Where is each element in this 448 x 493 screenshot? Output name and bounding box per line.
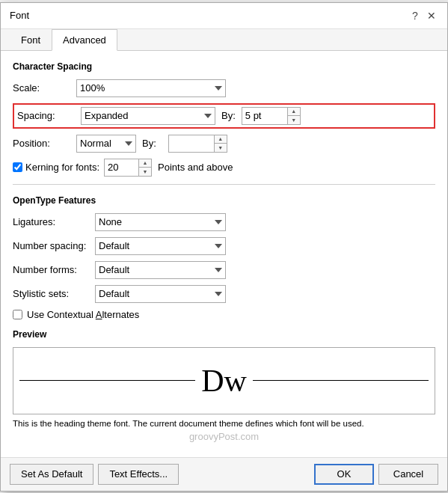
opentype-label: OpenType Features [13,195,435,206]
number-forms-select[interactable]: Default Lining Old-style [95,261,226,279]
spacing-label: Spacing: [17,110,81,121]
spacing-value-input[interactable] [242,108,287,124]
ligatures-label: Ligatures: [13,216,95,227]
opentype-section: OpenType Features Ligatures: None Standa… [13,195,435,320]
ligatures-row: Ligatures: None Standard Only Standard a… [13,213,435,231]
text-effects-button[interactable]: Text Effects... [98,464,179,485]
number-spacing-select[interactable]: Default Proportional Tabular [95,237,226,255]
preview-box: Dw [13,347,435,414]
position-label: Position: [13,138,76,149]
spacing-select[interactable]: Expanded Normal Condensed [81,107,215,125]
watermark: groovyPost.com [13,428,435,447]
kerning-arrows: ▲ ▼ [138,159,151,176]
position-spinner: ▲ ▼ [168,135,227,153]
kerning-value-input[interactable] [105,159,138,176]
position-arrows: ▲ ▼ [214,135,227,152]
kerning-checkbox[interactable] [13,162,22,172]
scale-row: Scale: 100% [13,79,435,97]
title-bar-right: ? ✕ [408,9,438,22]
kerning-label[interactable]: Kerning for fonts: [13,162,99,173]
number-spacing-row: Number spacing: Default Proportional Tab… [13,237,435,255]
spacing-spinner: ▲ ▼ [242,107,301,125]
number-forms-row: Number forms: Default Lining Old-style [13,261,435,279]
stylistic-sets-row: Stylistic sets: Default [13,285,435,303]
position-by-label: By: [142,138,156,149]
use-contextual-row: Use Contextual Alternates [13,309,435,320]
preview-section: Preview Dw This is the heading theme fon… [13,329,435,428]
separator [13,184,435,185]
dialog-title: Font [10,10,29,21]
font-dialog: Font ? ✕ Font Advanced Character Spacing… [0,2,448,492]
character-spacing-label: Character Spacing [13,61,435,72]
position-down-button[interactable]: ▼ [215,144,227,152]
bottom-bar-right: OK Cancel [314,464,438,485]
tab-font[interactable]: Font [10,29,52,51]
set-as-default-button[interactable]: Set As Default [10,464,93,485]
number-spacing-label: Number spacing: [13,240,95,251]
kerning-down-button[interactable]: ▼ [139,168,151,176]
kerning-row: Kerning for fonts: ▲ ▼ Points and above [13,159,435,177]
preview-label: Preview [13,329,435,340]
kerning-up-button[interactable]: ▲ [139,159,151,168]
points-text: Points and above [158,162,233,173]
stylistic-sets-label: Stylistic sets: [13,288,95,299]
spacing-up-button[interactable]: ▲ [288,108,300,116]
ok-button[interactable]: OK [314,464,374,485]
spacing-by-label: By: [221,110,236,121]
scale-label: Scale: [13,82,76,94]
preview-line-right [253,380,429,381]
close-button[interactable]: ✕ [425,9,438,22]
spacing-arrows: ▲ ▼ [287,108,300,124]
bottom-bar: Set As Default Text Effects... OK Cancel [1,457,447,491]
use-contextual-label: Use Contextual Alternates [27,309,139,320]
scale-select[interactable]: 100% [76,79,226,97]
title-bar-left: Font [10,10,29,21]
preview-line-left [19,380,195,381]
tab-advanced[interactable]: Advanced [52,29,117,51]
position-row: Position: Normal Raised Lowered By: ▲ ▼ [13,135,435,153]
preview-description: This is the heading theme font. The curr… [13,419,435,428]
cancel-button[interactable]: Cancel [378,464,438,485]
dialog-content: Character Spacing Scale: 100% Spacing: E… [1,51,447,457]
position-value-input[interactable] [169,135,214,152]
ligatures-select[interactable]: None Standard Only Standard and Contextu… [95,213,226,231]
use-contextual-checkbox[interactable] [13,310,22,319]
scale-control: 100% [76,79,435,97]
tabs-bar: Font Advanced [1,29,447,51]
preview-character: Dw [201,365,247,396]
preview-content: Dw [13,365,435,396]
spacing-row: Spacing: Expanded Normal Condensed By: ▲… [13,103,435,129]
position-up-button[interactable]: ▲ [215,135,227,144]
spacing-down-button[interactable]: ▼ [288,116,300,124]
kerning-spinner: ▲ ▼ [104,159,152,177]
number-forms-label: Number forms: [13,264,95,275]
position-select[interactable]: Normal Raised Lowered [76,135,136,153]
help-button[interactable]: ? [408,9,422,22]
stylistic-sets-select[interactable]: Default [95,285,226,303]
bottom-bar-left: Set As Default Text Effects... [10,464,179,485]
title-bar: Font ? ✕ [1,3,447,29]
